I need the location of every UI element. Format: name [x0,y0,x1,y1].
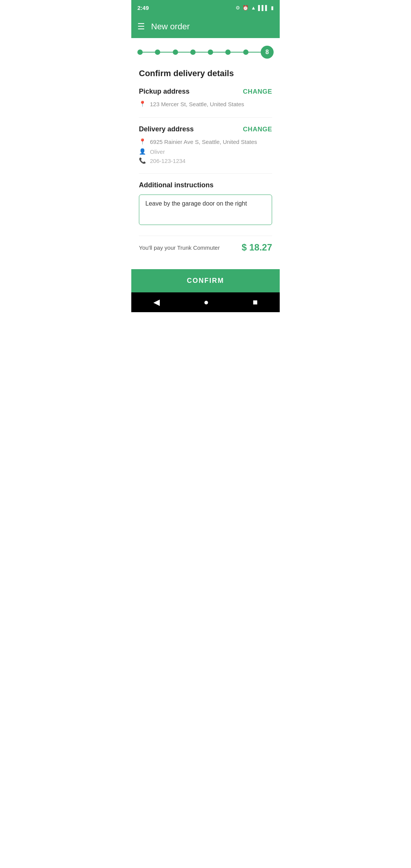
status-time: 2:49 [137,5,149,11]
status-icons: ⚙ ⏰ ▲ ▌▌▌ ▮ [236,5,274,11]
pickup-address-row: 📍 123 Mercer St, Seattle, United States [139,100,272,108]
delivery-phone: 206-123-1234 [150,158,185,164]
delivery-address-label: Delivery address [139,125,194,133]
section-title: Confirm delivery details [139,69,272,78]
phone-icon: 📞 [139,157,146,164]
signal-icon: ▌▌▌ [258,5,269,11]
delivery-address-header: Delivery address CHANGE [139,125,272,133]
confirm-section: CONFIRM [131,269,280,292]
step-7 [243,49,249,55]
nav-back-button[interactable]: ◀ [153,297,160,307]
progress-section: 8 [131,38,280,62]
step-1 [137,49,143,55]
settings-icon: ⚙ [236,5,240,11]
divider-1 [139,117,272,118]
step-2 [155,49,160,55]
delivery-change-button[interactable]: CHANGE [243,126,272,133]
instructions-title: Additional instructions [139,181,272,189]
payment-label: You'll pay your Trunk Commuter [139,244,220,251]
payment-row: You'll pay your Trunk Commuter $ 18.27 [139,236,272,256]
pickup-address-label: Pickup address [139,88,190,96]
wifi-icon: ▲ [251,5,256,11]
instructions-input[interactable] [139,195,272,225]
status-bar: 2:49 ⚙ ⏰ ▲ ▌▌▌ ▮ [131,0,280,15]
delivery-address-section: Delivery address CHANGE 📍 6925 Rainier A… [139,125,272,164]
progress-bar: 8 [137,46,274,59]
delivery-location-icon: 📍 [139,138,146,145]
top-bar: ☰ New order [131,15,280,38]
payment-amount: $ 18.27 [242,242,272,253]
nav-bar: ◀ ● ■ [131,292,280,312]
step-4 [190,49,196,55]
pickup-address-section: Pickup address CHANGE 📍 123 Mercer St, S… [139,88,272,108]
person-icon: 👤 [139,148,146,155]
nav-home-button[interactable]: ● [204,297,209,307]
step-5 [208,49,213,55]
step-6 [225,49,231,55]
pickup-location-icon: 📍 [139,101,146,107]
instructions-section: Additional instructions [139,181,272,227]
step-8-active: 8 [261,46,274,59]
pickup-change-button[interactable]: CHANGE [243,88,272,96]
alarm-icon: ⏰ [242,5,249,11]
battery-icon: ▮ [271,5,274,11]
menu-icon[interactable]: ☰ [137,22,145,32]
pickup-address-header: Pickup address CHANGE [139,88,272,96]
delivery-phone-row: 📞 206-123-1234 [139,157,272,164]
page-title: New order [151,22,190,32]
delivery-person-name: Oliver [150,148,165,155]
delivery-address-text: 6925 Rainier Ave S, Seattle, United Stat… [150,138,257,146]
nav-recent-button[interactable]: ■ [253,297,258,307]
confirm-button[interactable]: CONFIRM [131,269,280,292]
pickup-address-text: 123 Mercer St, Seattle, United States [150,100,244,108]
step-3 [173,49,178,55]
main-content: Confirm delivery details Pickup address … [131,62,280,269]
delivery-person-row: 👤 Oliver [139,148,272,155]
divider-2 [139,173,272,174]
delivery-address-row: 📍 6925 Rainier Ave S, Seattle, United St… [139,138,272,146]
